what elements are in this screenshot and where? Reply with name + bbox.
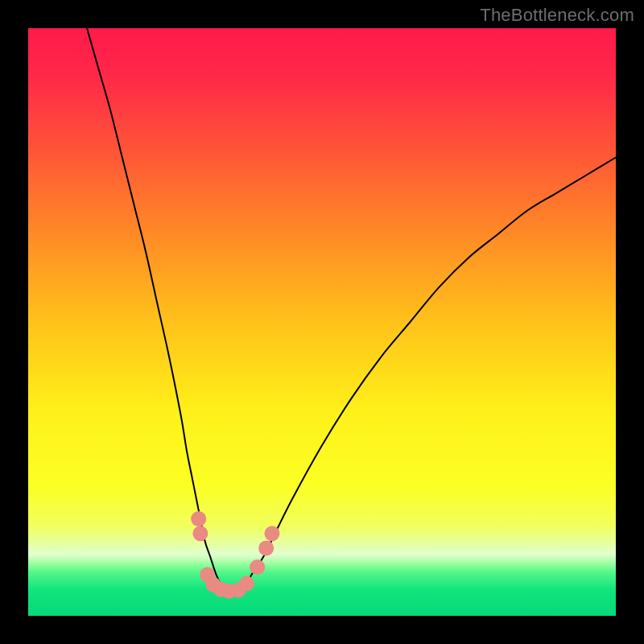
marker-dot xyxy=(264,526,279,541)
chart-frame: TheBottleneck.com xyxy=(0,0,644,644)
plot-area xyxy=(28,28,616,616)
left-curve xyxy=(87,28,228,592)
watermark-text: TheBottleneck.com xyxy=(480,5,634,26)
marker-dot xyxy=(239,576,254,591)
marker-dot xyxy=(258,541,274,556)
right-curve xyxy=(240,158,616,592)
marker-dot xyxy=(192,526,208,541)
bottleneck-markers xyxy=(191,511,279,599)
curves-layer xyxy=(28,28,616,616)
marker-dot xyxy=(250,559,265,575)
marker-dot xyxy=(191,511,206,526)
